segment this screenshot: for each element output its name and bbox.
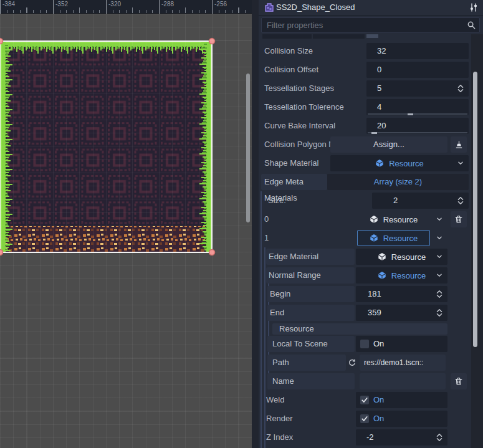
end-spinner[interactable]: 359 <box>356 305 447 321</box>
panel-divider <box>252 0 259 448</box>
render-checkbox-row[interactable]: On <box>356 411 447 427</box>
local-to-scene-checkbox-row[interactable]: On <box>356 336 447 352</box>
row-z-index: Z Index -2 <box>259 429 483 446</box>
property-label: Normal Range <box>266 267 355 284</box>
slider-track <box>368 113 467 115</box>
vertex-handle[interactable] <box>0 250 3 255</box>
row-end: End 359 <box>259 305 483 321</box>
property-label: Edge Meta Materials <box>261 174 327 190</box>
updown-icon[interactable] <box>434 432 444 442</box>
checkbox-label: On <box>373 411 384 427</box>
tessellation-tolerence-slider[interactable]: 4 <box>366 99 469 115</box>
curve-bake-interval-slider[interactable]: 20 <box>366 118 469 134</box>
property-label: End <box>267 305 355 321</box>
element-index-label: 0 <box>264 211 269 227</box>
row-collision-polygon-node: Collision Polygon Node Assign... <box>259 136 483 153</box>
shape-fill <box>0 41 212 252</box>
edge-material-resource-dropdown[interactable]: Resource <box>356 249 447 265</box>
check-icon <box>361 396 368 404</box>
resource-section-row: Resource <box>259 323 483 335</box>
property-label: Weld <box>266 392 284 408</box>
resource-cube-icon <box>375 159 384 168</box>
inspected-node-title: SS2D_Shape_Closed <box>276 2 355 12</box>
property-label: Edge Material <box>266 249 355 265</box>
element-index-label: 1 <box>264 230 269 246</box>
row-collision-size: Collision Size 32 <box>259 43 483 59</box>
vertex-handle[interactable] <box>209 39 215 44</box>
ss2d-node-icon <box>264 2 274 12</box>
property-label: Collision Size <box>264 43 313 59</box>
viewport-vertical-scrollbar[interactable] <box>246 74 250 222</box>
shape-material-resource-dropdown[interactable]: Resource <box>330 155 469 171</box>
element-1-resource-dropdown[interactable]: Resource <box>357 230 430 246</box>
grass-edge-top <box>0 41 212 57</box>
row-edge-material: Edge Material Resource <box>259 249 483 265</box>
resource-cube-icon <box>370 234 378 242</box>
checkbox-checked[interactable] <box>360 396 369 404</box>
revert-icon[interactable] <box>348 358 356 367</box>
trash-icon <box>454 215 463 224</box>
updown-icon[interactable] <box>434 289 444 299</box>
collision-offset-input[interactable]: 0 <box>366 62 469 78</box>
begin-spinner[interactable]: 181 <box>356 286 447 302</box>
tessellation-stages-spinner[interactable]: 5 <box>366 80 469 97</box>
slider-grabber[interactable] <box>371 132 377 134</box>
name-input[interactable] <box>360 373 446 389</box>
ruler-label: -256 <box>212 0 227 14</box>
row-array-element-0: 0 Resource <box>259 211 483 227</box>
vertex-handle[interactable] <box>209 250 215 255</box>
chevron-down-icon[interactable] <box>435 215 444 224</box>
vertex-handle[interactable] <box>0 39 3 44</box>
delete-element-button[interactable] <box>451 211 467 227</box>
filter-properties-input[interactable] <box>261 17 480 33</box>
slider-grabber[interactable] <box>408 113 413 115</box>
clipped-fragment <box>366 34 378 38</box>
clear-node-button[interactable] <box>451 136 467 153</box>
normal-range-resource-dropdown[interactable]: Resource <box>356 267 447 284</box>
updown-icon[interactable] <box>456 196 466 206</box>
resource-dropdown-label: Resource <box>383 234 418 243</box>
collision-size-input[interactable]: 32 <box>366 43 469 59</box>
row-array-size: Size: 2 <box>259 193 483 209</box>
row-edge-meta-materials[interactable]: Edge Meta Materials Array (size 2) <box>259 174 483 190</box>
delete-element-button[interactable] <box>451 373 467 389</box>
weld-checkbox-row[interactable]: On <box>356 392 447 408</box>
row-begin: Begin 181 <box>259 286 483 302</box>
path-input[interactable]: res://demo1.tscn:: <box>360 355 446 371</box>
array-expand-button[interactable]: Array (size 2) <box>327 174 469 190</box>
row-tessellation-tolerence: Tessellation Tolerence 4 <box>259 99 483 115</box>
property-label: Shape Material <box>264 155 318 171</box>
check-icon <box>361 415 368 422</box>
spinner-value: -2 <box>356 429 447 446</box>
ruler-label: -320 <box>106 0 121 14</box>
property-label: Render <box>266 411 293 427</box>
updown-icon[interactable] <box>456 83 466 93</box>
updown-icon[interactable] <box>434 308 444 318</box>
z-index-spinner[interactable]: -2 <box>356 429 447 446</box>
slider-track <box>368 132 467 133</box>
resource-section-header[interactable]: Resource <box>272 323 447 335</box>
resource-cube-icon <box>370 215 378 224</box>
row-render: Render On <box>259 411 483 427</box>
inspector-tools-icon[interactable] <box>469 2 479 12</box>
property-label: Tessellation Stages <box>264 80 334 97</box>
trash-icon <box>454 377 463 386</box>
property-label: Path <box>267 355 346 371</box>
property-list: Collision Size 32 Collision Offset 0 Tes… <box>259 34 483 448</box>
row-weld: Weld On <box>259 392 483 408</box>
array-size-spinner[interactable]: 2 <box>372 193 469 209</box>
chevron-down-icon <box>456 159 465 168</box>
ss2d-shape[interactable] <box>0 39 214 255</box>
resource-cube-icon <box>378 252 386 261</box>
assign-node-button[interactable]: Assign... <box>330 136 447 153</box>
checkbox-unchecked[interactable] <box>360 340 369 348</box>
canvas-viewport[interactable]: -384 -352 -320 -288 -256 <box>0 0 252 448</box>
broom-icon <box>454 140 464 150</box>
chevron-down-icon[interactable] <box>435 234 444 242</box>
element-0-resource-dropdown[interactable]: Resource <box>357 211 430 227</box>
chevron-down-icon <box>435 271 444 280</box>
checkbox-checked[interactable] <box>360 414 369 423</box>
property-label: Tessellation Tolerence <box>264 99 344 115</box>
horizontal-ruler: -384 -352 -320 -288 -256 <box>0 0 252 14</box>
inspector-scrollbar-thumb[interactable] <box>473 72 477 347</box>
